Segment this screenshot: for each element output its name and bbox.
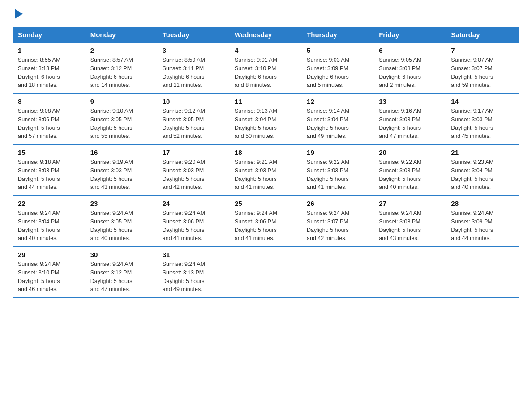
calendar-cell: 14Sunrise: 9:17 AMSunset: 3:03 PMDayligh… [446, 94, 519, 145]
calendar-cell: 9Sunrise: 9:10 AMSunset: 3:05 PMDaylight… [86, 94, 158, 145]
calendar-cell [374, 247, 446, 298]
day-number: 30 [90, 251, 153, 258]
calendar-cell: 31Sunrise: 9:24 AMSunset: 3:13 PMDayligh… [158, 247, 230, 298]
day-number: 28 [451, 200, 514, 207]
calendar-cell: 11Sunrise: 9:13 AMSunset: 3:04 PMDayligh… [230, 94, 302, 145]
day-number: 31 [163, 251, 225, 258]
day-info: Sunrise: 9:13 AMSunset: 3:04 PMDaylight:… [235, 107, 297, 141]
calendar-cell: 3Sunrise: 8:59 AMSunset: 3:11 PMDaylight… [158, 43, 230, 94]
weekday-header-monday: Monday [86, 27, 158, 43]
day-info: Sunrise: 9:17 AMSunset: 3:03 PMDaylight:… [451, 107, 514, 141]
day-info: Sunrise: 9:07 AMSunset: 3:07 PMDaylight:… [451, 56, 514, 90]
day-info: Sunrise: 8:55 AMSunset: 3:13 PMDaylight:… [18, 56, 81, 90]
day-info: Sunrise: 9:12 AMSunset: 3:05 PMDaylight:… [163, 107, 225, 141]
day-number: 16 [90, 149, 153, 156]
calendar-cell: 13Sunrise: 9:16 AMSunset: 3:03 PMDayligh… [374, 94, 446, 145]
day-number: 25 [235, 200, 297, 207]
logo [13, 9, 23, 19]
day-info: Sunrise: 9:24 AMSunset: 3:12 PMDaylight:… [90, 260, 153, 294]
calendar-cell: 18Sunrise: 9:21 AMSunset: 3:03 PMDayligh… [230, 145, 302, 196]
day-number: 17 [163, 149, 225, 156]
day-info: Sunrise: 9:24 AMSunset: 3:06 PMDaylight:… [163, 209, 225, 243]
calendar-cell: 26Sunrise: 9:24 AMSunset: 3:07 PMDayligh… [302, 196, 374, 247]
day-info: Sunrise: 9:24 AMSunset: 3:09 PMDaylight:… [451, 209, 514, 243]
day-info: Sunrise: 9:24 AMSunset: 3:05 PMDaylight:… [90, 209, 153, 243]
day-info: Sunrise: 8:59 AMSunset: 3:11 PMDaylight:… [163, 56, 225, 90]
day-number: 21 [451, 149, 514, 156]
weekday-header-friday: Friday [374, 27, 446, 43]
week-row-2: 8Sunrise: 9:08 AMSunset: 3:06 PMDaylight… [13, 94, 519, 145]
day-info: Sunrise: 9:14 AMSunset: 3:04 PMDaylight:… [307, 107, 369, 141]
day-info: Sunrise: 9:23 AMSunset: 3:04 PMDaylight:… [451, 158, 514, 192]
week-row-3: 15Sunrise: 9:18 AMSunset: 3:03 PMDayligh… [13, 145, 519, 196]
day-number: 3 [163, 47, 225, 54]
day-info: Sunrise: 9:24 AMSunset: 3:13 PMDaylight:… [163, 260, 225, 294]
calendar-cell: 16Sunrise: 9:19 AMSunset: 3:03 PMDayligh… [86, 145, 158, 196]
day-info: Sunrise: 9:05 AMSunset: 3:08 PMDaylight:… [379, 56, 442, 90]
day-number: 26 [307, 200, 369, 207]
calendar-cell: 28Sunrise: 9:24 AMSunset: 3:09 PMDayligh… [446, 196, 519, 247]
day-number: 24 [163, 200, 225, 207]
calendar-cell: 12Sunrise: 9:14 AMSunset: 3:04 PMDayligh… [302, 94, 374, 145]
page-header [13, 9, 519, 19]
day-info: Sunrise: 9:10 AMSunset: 3:05 PMDaylight:… [90, 107, 153, 141]
day-number: 12 [307, 98, 369, 105]
logo-top [13, 9, 23, 21]
calendar-cell: 10Sunrise: 9:12 AMSunset: 3:05 PMDayligh… [158, 94, 230, 145]
calendar-cell: 19Sunrise: 9:22 AMSunset: 3:03 PMDayligh… [302, 145, 374, 196]
day-number: 7 [451, 47, 514, 54]
weekday-header-wednesday: Wednesday [230, 27, 302, 43]
day-info: Sunrise: 9:22 AMSunset: 3:03 PMDaylight:… [307, 158, 369, 192]
calendar-cell: 8Sunrise: 9:08 AMSunset: 3:06 PMDaylight… [13, 94, 86, 145]
weekday-header-tuesday: Tuesday [158, 27, 230, 43]
day-info: Sunrise: 9:20 AMSunset: 3:03 PMDaylight:… [163, 158, 225, 192]
day-number: 2 [90, 47, 153, 54]
calendar-cell: 17Sunrise: 9:20 AMSunset: 3:03 PMDayligh… [158, 145, 230, 196]
day-number: 15 [18, 149, 81, 156]
calendar-cell: 20Sunrise: 9:22 AMSunset: 3:03 PMDayligh… [374, 145, 446, 196]
calendar-cell: 27Sunrise: 9:24 AMSunset: 3:08 PMDayligh… [374, 196, 446, 247]
calendar-cell: 21Sunrise: 9:23 AMSunset: 3:04 PMDayligh… [446, 145, 519, 196]
weekday-header-sunday: Sunday [13, 27, 86, 43]
calendar-cell: 29Sunrise: 9:24 AMSunset: 3:10 PMDayligh… [13, 247, 86, 298]
calendar-table: SundayMondayTuesdayWednesdayThursdayFrid… [13, 27, 519, 298]
day-number: 4 [235, 47, 297, 54]
calendar-cell: 7Sunrise: 9:07 AMSunset: 3:07 PMDaylight… [446, 43, 519, 94]
day-info: Sunrise: 9:03 AMSunset: 3:09 PMDaylight:… [307, 56, 369, 90]
day-info: Sunrise: 9:08 AMSunset: 3:06 PMDaylight:… [18, 107, 81, 141]
calendar-cell [230, 247, 302, 298]
calendar-cell: 24Sunrise: 9:24 AMSunset: 3:06 PMDayligh… [158, 196, 230, 247]
svg-marker-0 [15, 9, 23, 19]
day-info: Sunrise: 9:24 AMSunset: 3:04 PMDaylight:… [18, 209, 81, 243]
calendar-cell: 6Sunrise: 9:05 AMSunset: 3:08 PMDaylight… [374, 43, 446, 94]
calendar-cell [446, 247, 519, 298]
day-number: 23 [90, 200, 153, 207]
week-row-4: 22Sunrise: 9:24 AMSunset: 3:04 PMDayligh… [13, 196, 519, 247]
day-number: 22 [18, 200, 81, 207]
day-number: 14 [451, 98, 514, 105]
calendar-cell: 30Sunrise: 9:24 AMSunset: 3:12 PMDayligh… [86, 247, 158, 298]
day-number: 9 [90, 98, 153, 105]
weekday-header-row: SundayMondayTuesdayWednesdayThursdayFrid… [13, 27, 519, 43]
day-number: 27 [379, 200, 442, 207]
day-number: 11 [235, 98, 297, 105]
logo-triangle-icon [15, 9, 23, 19]
day-number: 19 [307, 149, 369, 156]
day-info: Sunrise: 9:22 AMSunset: 3:03 PMDaylight:… [379, 158, 442, 192]
day-number: 29 [18, 251, 81, 258]
day-number: 20 [379, 149, 442, 156]
calendar-cell: 1Sunrise: 8:55 AMSunset: 3:13 PMDaylight… [13, 43, 86, 94]
calendar-cell: 23Sunrise: 9:24 AMSunset: 3:05 PMDayligh… [86, 196, 158, 247]
calendar-cell: 25Sunrise: 9:24 AMSunset: 3:06 PMDayligh… [230, 196, 302, 247]
day-number: 6 [379, 47, 442, 54]
day-number: 18 [235, 149, 297, 156]
day-info: Sunrise: 9:16 AMSunset: 3:03 PMDaylight:… [379, 107, 442, 141]
calendar-cell: 2Sunrise: 8:57 AMSunset: 3:12 PMDaylight… [86, 43, 158, 94]
day-info: Sunrise: 9:01 AMSunset: 3:10 PMDaylight:… [235, 56, 297, 90]
day-info: Sunrise: 9:24 AMSunset: 3:07 PMDaylight:… [307, 209, 369, 243]
day-number: 8 [18, 98, 81, 105]
calendar-cell: 15Sunrise: 9:18 AMSunset: 3:03 PMDayligh… [13, 145, 86, 196]
day-number: 5 [307, 47, 369, 54]
day-info: Sunrise: 8:57 AMSunset: 3:12 PMDaylight:… [90, 56, 153, 90]
week-row-1: 1Sunrise: 8:55 AMSunset: 3:13 PMDaylight… [13, 43, 519, 94]
